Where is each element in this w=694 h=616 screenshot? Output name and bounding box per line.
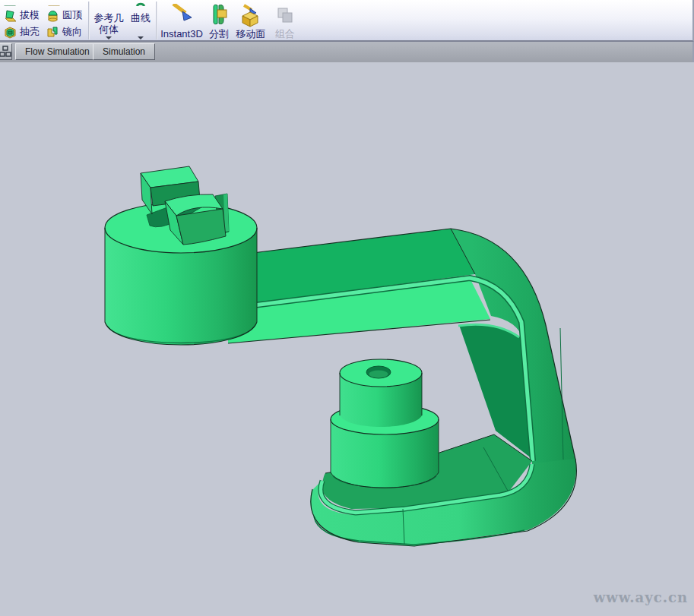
dropdown-caret-icon [106, 36, 112, 39]
instant3d-button[interactable]: Instant3D [158, 0, 205, 42]
move-face-button[interactable]: 移动面 [233, 0, 269, 42]
tab-flow-simulation[interactable]: Flow Simulation [15, 43, 100, 60]
split-button[interactable]: 分割 [205, 0, 233, 42]
reference-geometry-label-line2: 何体 [99, 24, 119, 35]
tab-partial[interactable] [0, 43, 12, 60]
combine-icon [275, 4, 295, 28]
toolbar-separator [88, 2, 90, 39]
move-face-icon [239, 4, 262, 28]
instant3d-icon [170, 4, 193, 28]
split-icon [210, 4, 228, 28]
boss-hole-inner-wall [369, 371, 388, 378]
cutoff-toolbar-row [3, 0, 87, 6]
curves-label: 曲线 [131, 12, 151, 24]
dome-button[interactable]: 圆顶 [44, 7, 84, 24]
curves-button[interactable]: 曲线 [126, 0, 155, 42]
tab-simulation-label: Simulation [103, 46, 145, 57]
draft-button[interactable]: 拔模 [2, 7, 42, 24]
shell-icon [4, 26, 17, 39]
split-label: 分割 [209, 28, 229, 39]
mirror-icon [46, 26, 59, 39]
instant3d-label: Instant3D [160, 28, 203, 39]
mirror-label: 镜向 [62, 25, 82, 39]
reference-geometry-button[interactable]: 参考几 何体 [91, 0, 126, 42]
watermark: www.ayc.cn [594, 589, 688, 605]
dropdown-caret-icon [138, 36, 144, 39]
draft-icon [4, 9, 17, 22]
shell-label: 抽壳 [20, 25, 40, 39]
dome-label: 圆顶 [62, 8, 82, 22]
reference-geometry-label-line1: 参考几 [94, 12, 124, 24]
model-3d-part[interactable] [0, 62, 694, 616]
dome-icon [46, 9, 59, 22]
toolbar-separator [156, 2, 157, 39]
command-manager-tab-bar: Flow Simulation Simulation ! [0, 42, 694, 62]
command-manager-toolbar: 拔模 抽壳 圆顶 镜向 参考几 何体 曲线 [0, 0, 694, 42]
combine-label: 组合 [275, 28, 295, 39]
graphics-viewport[interactable]: www.ayc.cn [0, 62, 694, 616]
draft-label: 拔模 [20, 8, 40, 22]
tab-flow-simulation-label: Flow Simulation [25, 46, 90, 57]
move-face-label: 移动面 [236, 28, 266, 39]
curves-icon-partial [135, 0, 146, 6]
tab-simulation[interactable]: Simulation [93, 43, 155, 60]
shell-button[interactable]: 抽壳 [2, 24, 42, 40]
combine-button: 组合 [271, 0, 299, 42]
office-products-icon [0, 46, 11, 58]
cutoff-icons [3, 5, 87, 6]
solidworks-window: { "command_manager": { "items": { "draft… [0, 0, 694, 616]
mirror-button[interactable]: 镜向 [44, 24, 84, 40]
